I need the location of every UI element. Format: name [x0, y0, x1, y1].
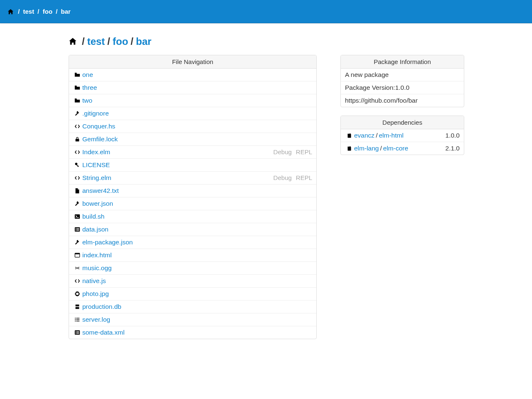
debug-button[interactable]: Debug	[273, 174, 292, 181]
key-icon	[73, 162, 81, 168]
file-link[interactable]: native.js	[82, 277, 106, 285]
file-navigation-panel: File Navigation onethreetwo.gitignoreCon…	[69, 55, 317, 339]
panel-title: File Navigation	[69, 55, 316, 69]
dependencies-panel: Dependencies evancz / elm-html1.0.0elm-l…	[340, 116, 464, 155]
panel-title: Dependencies	[341, 116, 464, 129]
dependency-repo-link[interactable]: elm-html	[379, 132, 403, 139]
window-icon	[73, 252, 81, 258]
book-icon	[345, 146, 353, 151]
file-link[interactable]: Conquer.hs	[82, 123, 115, 130]
repl-button[interactable]: REPL	[296, 148, 312, 155]
file-link[interactable]: some-data.xml	[82, 329, 125, 336]
file-link[interactable]: one	[82, 71, 93, 79]
code-icon	[73, 278, 81, 284]
dependency-row: elm-lang / elm-core2.1.0	[341, 142, 464, 155]
wrench-icon	[73, 201, 81, 207]
code-icon	[73, 149, 81, 155]
file-row: some-data.xml	[69, 326, 316, 339]
breadcrumb-link[interactable]: bar	[136, 36, 151, 47]
file-link[interactable]: server.log	[82, 316, 110, 323]
file-row: production.db	[69, 300, 316, 313]
file-link[interactable]: Index.elm	[82, 148, 110, 156]
file-row: two	[69, 94, 316, 107]
wrench-icon	[73, 239, 81, 245]
file-row: music.ogg	[69, 262, 316, 275]
file-link[interactable]: answer42.txt	[82, 187, 119, 195]
file-link[interactable]: Gemfile.lock	[82, 135, 118, 143]
terminal-icon	[73, 214, 81, 219]
file-row: native.js	[69, 275, 316, 288]
home-link-top[interactable]	[7, 8, 15, 15]
package-info-panel: Package Information A new package Packag…	[340, 55, 464, 107]
dependency-version: 2.1.0	[446, 145, 460, 152]
file-row: Gemfile.lock	[69, 133, 316, 146]
package-description: A new package	[341, 69, 464, 81]
file-row: one	[69, 69, 316, 81]
package-version: Package Version: 1.0.0	[341, 81, 464, 94]
file-row: Index.elmDebugREPL	[69, 146, 316, 159]
file-link[interactable]: .gitignore	[82, 110, 109, 117]
list-alt-icon	[73, 227, 81, 232]
file-row: String.elmDebugREPL	[69, 172, 316, 185]
file-row: answer42.txt	[69, 185, 316, 197]
home-icon	[69, 37, 77, 46]
package-repo-url: https://github.com/foo/bar	[341, 94, 464, 107]
panel-title: Package Information	[341, 55, 464, 69]
file-link[interactable]: music.ogg	[82, 264, 112, 272]
list-icon	[73, 317, 81, 323]
file-row: bower.json	[69, 197, 316, 210]
code-icon	[73, 123, 81, 129]
repl-button[interactable]: REPL	[296, 174, 312, 181]
wrench-icon	[73, 111, 81, 116]
file-row: Conquer.hs	[69, 120, 316, 133]
file-link[interactable]: index.html	[82, 251, 112, 259]
debug-button[interactable]: Debug	[273, 148, 292, 155]
file-icon	[73, 188, 81, 194]
file-row: build.sh	[69, 210, 316, 223]
file-link[interactable]: elm-package.json	[82, 239, 133, 246]
file-link[interactable]: photo.jpg	[82, 290, 109, 298]
top-bar: / test / foo / bar	[0, 0, 532, 23]
breadcrumb-segment[interactable]: bar	[61, 8, 71, 15]
file-row: server.log	[69, 313, 316, 326]
dependency-repo-link[interactable]: elm-core	[383, 145, 408, 152]
file-row: elm-package.json	[69, 236, 316, 249]
folder-icon	[73, 72, 81, 78]
breadcrumb-segment[interactable]: foo	[43, 8, 52, 15]
file-link[interactable]: data.json	[82, 226, 108, 233]
file-link[interactable]: LICENSE	[82, 161, 110, 169]
breadcrumb-segment[interactable]: test	[23, 8, 34, 15]
file-link[interactable]: production.db	[82, 303, 121, 310]
aperture-icon	[73, 291, 81, 297]
breadcrumb-link[interactable]: test	[87, 36, 105, 47]
home-link[interactable]	[69, 37, 79, 46]
breadcrumb-main: /test/foo/bar	[69, 36, 463, 47]
file-row: index.html	[69, 249, 316, 262]
list-alt-icon	[73, 330, 81, 335]
dependency-version: 1.0.0	[446, 132, 460, 139]
dependency-row: evancz / elm-html1.0.0	[341, 129, 464, 142]
file-row: .gitignore	[69, 107, 316, 120]
file-row: three	[69, 81, 316, 94]
code-icon	[73, 175, 81, 181]
database-icon	[73, 304, 81, 310]
dependency-user-link[interactable]: elm-lang	[354, 145, 379, 152]
file-link[interactable]: two	[82, 97, 92, 104]
lock-icon	[73, 136, 81, 142]
folder-icon	[73, 98, 81, 103]
file-link[interactable]: build.sh	[82, 213, 104, 220]
dependency-user-link[interactable]: evancz	[354, 132, 374, 139]
book-icon	[345, 133, 353, 138]
file-row: data.json	[69, 223, 316, 236]
breadcrumb-link[interactable]: foo	[113, 36, 128, 47]
file-link[interactable]: String.elm	[82, 174, 111, 182]
home-icon	[7, 9, 14, 15]
folder-icon	[73, 85, 81, 91]
file-row: photo.jpg	[69, 288, 316, 300]
audio-icon	[73, 265, 81, 271]
breadcrumb-top: / test / foo / bar	[7, 8, 71, 15]
file-link[interactable]: bower.json	[82, 200, 113, 207]
file-row: LICENSE	[69, 159, 316, 172]
file-link[interactable]: three	[82, 84, 97, 91]
